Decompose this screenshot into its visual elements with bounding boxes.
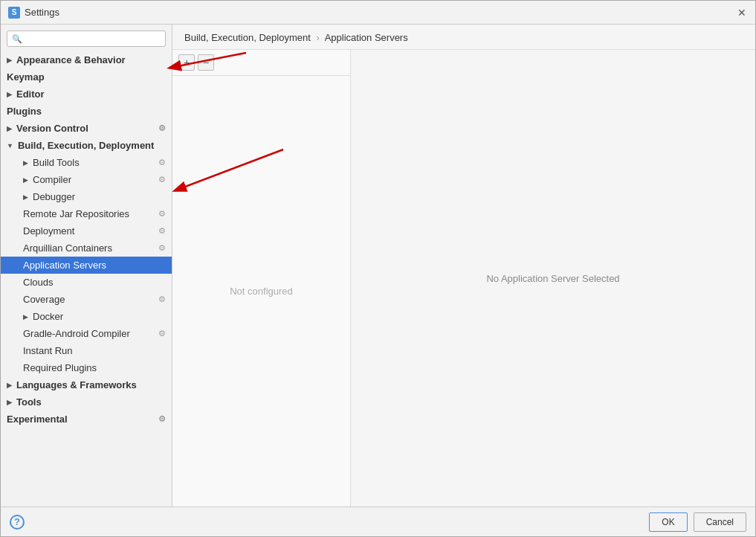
right-panel: No Application Server Selected	[351, 50, 755, 507]
chevron-icon: ▼	[7, 142, 13, 149]
sidebar-item-label: Tools	[16, 396, 42, 408]
sidebar-item-label: Build, Execution, Deployment	[18, 140, 154, 151]
sidebar-item-experimental[interactable]: Experimental ⚙	[1, 411, 172, 428]
remove-button[interactable]: −	[198, 54, 214, 71]
sidebar-item-coverage[interactable]: Coverage ⚙	[1, 291, 172, 308]
settings-icon: ⚙	[158, 329, 166, 338]
breadcrumb: Build, Execution, Deployment › Applicati…	[172, 25, 755, 50]
chevron-icon: ▶	[7, 382, 12, 389]
sidebar-item-debugger[interactable]: ▶ Debugger	[1, 188, 172, 205]
sidebar-item-deployment[interactable]: Deployment ⚙	[1, 222, 172, 239]
sidebar-item-required-plugins[interactable]: Required Plugins	[1, 359, 172, 376]
sidebar-item-label: Plugins	[7, 106, 42, 117]
sidebar-item-label: Version Control	[16, 123, 88, 134]
sidebar-item-label: Languages & Frameworks	[16, 379, 137, 390]
footer: ? OK Cancel	[1, 507, 755, 536]
sidebar-item-plugins[interactable]: Plugins	[1, 103, 172, 120]
app-icon: S	[8, 7, 20, 19]
ok-button[interactable]: OK	[649, 512, 687, 532]
sidebar-item-label: Docker	[33, 311, 63, 322]
breadcrumb-part2: Application Servers	[325, 32, 408, 43]
sidebar-item-label: Application Servers	[23, 260, 106, 271]
sidebar-item-appearance[interactable]: ▶ Appearance & Behavior	[1, 51, 172, 68]
sidebar-item-arquillian[interactable]: Arquillian Containers ⚙	[1, 239, 172, 257]
content-area: 🔍 ▶ Appearance & Behavior Keymap ▶ Edito…	[1, 25, 755, 507]
sidebar-item-label: Clouds	[23, 277, 53, 288]
chevron-icon: ▶	[23, 176, 28, 184]
sidebar-item-gradle-android[interactable]: Gradle-Android Compiler ⚙	[1, 325, 172, 342]
sidebar-item-languages[interactable]: ▶ Languages & Frameworks	[1, 376, 172, 393]
sidebar-item-label: Debugger	[33, 191, 75, 202]
chevron-icon: ▶	[7, 91, 12, 98]
settings-icon: ⚙	[158, 226, 166, 236]
search-icon: 🔍	[12, 34, 22, 44]
breadcrumb-separator: ›	[316, 32, 319, 43]
search-box[interactable]: 🔍	[7, 30, 166, 47]
settings-icon: ⚙	[158, 243, 166, 253]
chevron-icon: ▶	[23, 313, 28, 321]
chevron-icon: ▶	[7, 57, 12, 64]
chevron-icon: ▶	[7, 125, 12, 132]
breadcrumb-part1: Build, Execution, Deployment	[184, 32, 311, 43]
main-panel: Build, Execution, Deployment › Applicati…	[172, 25, 755, 507]
sidebar-item-label: Deployment	[23, 225, 74, 237]
sidebar-item-clouds[interactable]: Clouds	[1, 274, 172, 291]
left-panel: + − Not configured	[172, 50, 351, 507]
sidebar-item-docker[interactable]: ▶ Docker	[1, 308, 172, 325]
sidebar-item-editor[interactable]: ▶ Editor	[1, 86, 172, 103]
sidebar-item-label: Build Tools	[33, 157, 80, 168]
title-bar: S Settings ✕	[1, 1, 755, 25]
sidebar-item-label: Experimental	[7, 414, 68, 425]
add-button[interactable]: +	[178, 54, 195, 71]
sidebar-item-label: Gradle-Android Compiler	[23, 328, 130, 339]
sidebar-item-label: Keymap	[7, 71, 45, 83]
main-body: + − Not configured No Application Server…	[172, 50, 755, 507]
sidebar-item-label: Editor	[16, 89, 45, 100]
sidebar-item-compiler[interactable]: ▶ Compiler ⚙	[1, 171, 172, 188]
sidebar-item-label: Appearance & Behavior	[16, 54, 126, 65]
settings-icon: ⚙	[158, 414, 166, 424]
window-title: Settings	[25, 7, 59, 18]
settings-window: S Settings ✕ 🔍 ▶ Appearance & Behavior K…	[0, 0, 756, 537]
search-input[interactable]	[25, 33, 161, 44]
cancel-button[interactable]: Cancel	[694, 512, 746, 532]
close-button[interactable]: ✕	[736, 7, 748, 19]
help-button[interactable]: ?	[10, 515, 25, 530]
sidebar-item-keymap[interactable]: Keymap	[1, 68, 172, 86]
settings-icon: ⚙	[158, 123, 166, 133]
chevron-icon: ▶	[23, 193, 28, 201]
sidebar-item-label: Compiler	[33, 174, 71, 185]
footer-buttons: OK Cancel	[649, 512, 746, 532]
sidebar-item-app-servers[interactable]: Application Servers	[1, 257, 172, 274]
sidebar-item-instant-run[interactable]: Instant Run	[1, 342, 172, 359]
chevron-icon: ▶	[7, 399, 12, 406]
chevron-icon: ▶	[23, 159, 28, 167]
sidebar-item-label: Instant Run	[23, 345, 73, 356]
settings-icon: ⚙	[158, 175, 166, 184]
sidebar-item-remote-jar[interactable]: Remote Jar Repositories ⚙	[1, 205, 172, 222]
sidebar: 🔍 ▶ Appearance & Behavior Keymap ▶ Edito…	[1, 25, 172, 507]
title-bar-left: S Settings	[8, 7, 59, 19]
sidebar-item-label: Arquillian Containers	[23, 242, 112, 254]
list-area: Not configured	[172, 76, 350, 507]
settings-icon: ⚙	[158, 295, 166, 304]
toolbar: + −	[172, 50, 350, 76]
sidebar-item-build-tools[interactable]: ▶ Build Tools ⚙	[1, 154, 172, 171]
sidebar-item-version-control[interactable]: ▶ Version Control ⚙	[1, 120, 172, 137]
not-configured-text: Not configured	[230, 286, 293, 297]
no-server-text: No Application Server Selected	[486, 273, 619, 284]
settings-icon: ⚙	[158, 209, 166, 219]
settings-icon: ⚙	[158, 158, 166, 167]
sidebar-item-tools[interactable]: ▶ Tools	[1, 393, 172, 411]
sidebar-item-label: Remote Jar Repositories	[23, 208, 129, 219]
sidebar-item-label: Coverage	[23, 294, 65, 305]
sidebar-item-label: Required Plugins	[23, 362, 97, 373]
footer-left: ?	[10, 515, 25, 530]
sidebar-item-build-execution[interactable]: ▼ Build, Execution, Deployment	[1, 137, 172, 154]
